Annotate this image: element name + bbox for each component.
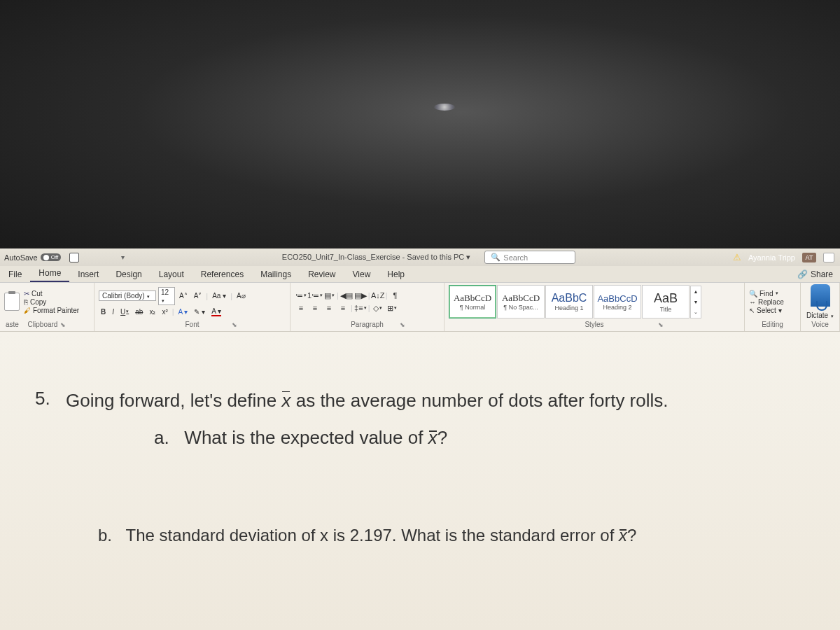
justify-button[interactable]: ≡ — [337, 302, 349, 314]
clear-format-button[interactable]: A⌀ — [234, 291, 248, 300]
tab-view[interactable]: View — [344, 267, 379, 282]
style-name: Heading 1 — [554, 304, 583, 312]
find-button[interactable]: 🔍 Find ▾ — [749, 290, 784, 298]
decrease-indent-button[interactable]: ◀▤ — [340, 290, 353, 301]
question-number: 5. — [35, 388, 56, 410]
numbering-button[interactable]: 1≔▾ — [309, 290, 321, 301]
underline-label: U — [120, 308, 125, 316]
superscript-button[interactable]: x² — [160, 307, 169, 316]
align-center-button[interactable]: ≡ — [309, 302, 321, 314]
user-avatar[interactable]: AT — [802, 253, 816, 262]
clipboard-label: Clipboard — [28, 321, 58, 328]
grow-font-button[interactable]: A˄ — [177, 291, 190, 300]
clipboard-launcher-icon[interactable]: ⬊ — [60, 321, 66, 328]
cut-label: Cut — [31, 290, 43, 298]
qa-label: a. — [154, 427, 169, 448]
styles-more-icon[interactable]: ⌄ — [691, 307, 701, 318]
multilevel-button[interactable]: ▤▾ — [323, 290, 335, 301]
paragraph-launcher-icon[interactable]: ⬊ — [400, 321, 405, 328]
styles-gallery-nav[interactable]: ▲ ▼ ⌄ — [690, 286, 701, 318]
display-mode-icon[interactable] — [823, 253, 834, 262]
underline-button[interactable]: U ▾ — [118, 307, 131, 316]
dictate-button[interactable]: Dictate ▾ — [806, 312, 834, 319]
bold-button[interactable]: B — [99, 307, 108, 316]
copy-button[interactable]: ⎘ Copy — [24, 298, 79, 306]
font-size-value: 12 — [161, 288, 169, 296]
font-name-value: Calibri (Body) — [102, 292, 145, 300]
qb-text: The standard deviation of x is 2.197. Wh… — [126, 526, 619, 545]
style-heading-2[interactable]: AaBbCcD Heading 2 — [594, 285, 641, 318]
tab-help[interactable]: Help — [379, 267, 413, 282]
font-launcher-icon[interactable]: ⬊ — [232, 321, 237, 328]
warning-icon[interactable]: ⚠ — [733, 252, 741, 262]
styles-launcher-icon[interactable]: ⬊ — [658, 321, 664, 328]
microphone-icon[interactable] — [811, 284, 830, 307]
style-sample: AaB — [654, 291, 678, 306]
shading-button[interactable]: ◇▾ — [372, 302, 384, 314]
tab-references[interactable]: References — [192, 267, 252, 282]
tab-mailings[interactable]: Mailings — [252, 267, 300, 282]
editing-group-label: Editing — [762, 321, 783, 328]
xbar-symbol: x — [281, 388, 290, 413]
document-title[interactable]: ECO250_Unit7_In-Class_Exercise - Saved t… — [282, 253, 471, 262]
clipboard-group: ✂ Cut ⎘ Copy 🖌 Format Painter aste Clipb… — [0, 283, 94, 331]
sort-button[interactable]: A↓Z — [372, 290, 384, 301]
share-button[interactable]: 🔗 Share — [790, 267, 840, 282]
replace-button[interactable]: ↔ Replace — [749, 298, 784, 306]
align-left-button[interactable]: ≡ — [295, 302, 307, 314]
paragraph-group: ≔▾ 1≔▾ ▤▾ | ◀▤ ▤▶ | A↓Z | ¶ ≡ ≡ ≡ ≡ | — [290, 283, 444, 331]
user-name[interactable]: Ayannia Tripp — [748, 253, 795, 262]
tab-file[interactable]: File — [0, 267, 30, 282]
sub-question-b: b. The standard deviation of x is 2.197.… — [98, 526, 805, 545]
autosave-toggle[interactable]: Off — [41, 253, 62, 261]
autosave-label: AutoSave — [4, 253, 38, 262]
borders-button[interactable]: ⊞▾ — [386, 302, 398, 314]
tab-review[interactable]: Review — [300, 267, 344, 282]
show-marks-button[interactable]: ¶ — [389, 290, 402, 301]
strike-button[interactable]: ab — [133, 307, 145, 316]
numbering-icon: 1≔ — [307, 291, 319, 300]
font-name-input[interactable]: Calibri (Body) ▾ — [99, 290, 156, 301]
line-spacing-button[interactable]: ‡≡▾ — [354, 302, 367, 314]
copy-label: Copy — [30, 298, 46, 306]
autosave-control[interactable]: AutoSave Off — [0, 253, 65, 262]
change-case-button[interactable]: Aa ▾ — [210, 291, 228, 300]
tab-home[interactable]: Home — [30, 265, 69, 282]
font-color-button[interactable]: A ▾ — [209, 307, 223, 317]
qb-label: b. — [98, 526, 112, 545]
search-icon: 🔍 — [749, 290, 757, 298]
copy-icon: ⎘ — [24, 298, 28, 306]
chevron-up-icon[interactable]: ▲ — [691, 286, 701, 297]
style-no-spacing[interactable]: AaBbCcD ¶ No Spac... — [497, 285, 545, 318]
search-input[interactable]: 🔍 Search — [484, 251, 575, 264]
question-text: Going forward, let's define x as the ave… — [66, 388, 668, 413]
save-icon[interactable] — [69, 253, 79, 262]
style-heading-1[interactable]: AaBbC Heading 1 — [545, 285, 593, 318]
style-title[interactable]: AaB Title — [642, 285, 690, 318]
format-painter-button[interactable]: 🖌 Format Painter — [24, 307, 79, 314]
style-normal[interactable]: AaBbCcD ¶ Normal — [449, 285, 496, 318]
document-page[interactable]: 5. Going forward, let's define x as the … — [0, 332, 840, 630]
bullets-button[interactable]: ≔▾ — [295, 290, 307, 301]
styles-group: AaBbCcD ¶ Normal AaBbCcD ¶ No Spac... Aa… — [444, 283, 745, 331]
font-size-input[interactable]: 12 ▾ — [158, 287, 175, 305]
tab-design[interactable]: Design — [107, 267, 150, 282]
paste-icon[interactable] — [4, 293, 20, 311]
subscript-button[interactable]: x₂ — [147, 307, 158, 316]
align-right-button[interactable]: ≡ — [323, 302, 335, 314]
style-sample: AaBbCcD — [502, 293, 540, 304]
select-button[interactable]: ↖ Select ▾ — [749, 307, 784, 314]
text-effects-button[interactable]: A ▾ — [176, 307, 190, 316]
tab-insert[interactable]: Insert — [69, 267, 107, 282]
increase-indent-button[interactable]: ▤▶ — [354, 290, 367, 301]
cut-button[interactable]: ✂ Cut — [24, 290, 79, 298]
shrink-font-button[interactable]: A˅ — [192, 291, 204, 300]
paragraph-group-label: Paragraph — [351, 321, 384, 328]
bullets-icon: ≔ — [295, 291, 303, 300]
highlight-button[interactable]: ✎ ▾ — [192, 307, 207, 316]
brush-icon: 🖌 — [24, 307, 31, 314]
find-label: Find — [760, 290, 773, 298]
italic-button[interactable]: I — [110, 307, 116, 316]
chevron-down-icon[interactable]: ▼ — [691, 297, 701, 307]
tab-layout[interactable]: Layout — [150, 267, 192, 282]
